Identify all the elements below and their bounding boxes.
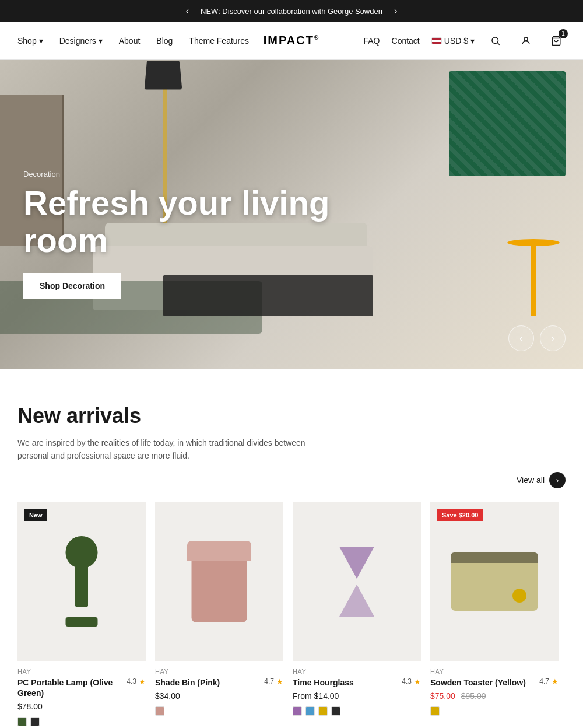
product-toaster-illustration [451,552,538,611]
star-icon: ★ [552,677,559,686]
product-brand: HAY [17,668,146,675]
color-swatch[interactable] [30,717,40,726]
flag-icon [431,37,442,44]
product-rating: 4.7 ★ [539,677,559,686]
product-price: $78.00 [17,702,146,711]
cart-button[interactable]: 1 [547,32,566,50]
new-arrivals-section: New arrivals We are inspired by the real… [0,369,583,728]
color-swatch[interactable] [331,706,340,716]
product-image: Save $20.00 [430,502,559,661]
chevron-down-icon: ▾ [99,36,103,46]
product-rating: 4.3 ★ [402,677,421,686]
chevron-down-icon: ▾ [39,36,43,46]
svg-line-1 [497,43,499,44]
arrow-circle-icon: › [549,472,566,488]
product-card[interactable]: HAY Shade Bin (Pink) 4.7 ★ $34.00 [155,502,283,726]
account-button[interactable] [517,32,535,50]
product-rating: 4.3 ★ [127,677,146,686]
product-image [155,502,283,661]
search-button[interactable] [486,32,505,50]
color-swatch[interactable] [430,706,440,716]
nav-contact[interactable]: Contact [392,36,420,46]
announcement-bar: ‹ NEW: Discover our collaboration with G… [0,0,583,22]
color-swatches [293,706,421,716]
hero-content: Decoration Refresh your living room Shop… [23,170,329,299]
hero-cta-button[interactable]: Shop Decoration [23,273,121,299]
nav-shop[interactable]: Shop ▾ [17,36,43,46]
announcement-next-btn[interactable]: › [394,6,397,16]
section-title: New arrivals [17,404,566,428]
art-panel-decoration [449,71,566,176]
side-table-leg [531,240,536,316]
products-row: New HAY PC Portable Lamp (Olive Green) 4… [17,502,566,726]
nav-about[interactable]: About [119,36,141,46]
product-hourglass-illustration [339,547,374,617]
cart-count: 1 [559,29,568,38]
view-all-link[interactable]: View all › [517,472,566,488]
color-swatch[interactable] [155,706,164,716]
product-card[interactable]: New HAY PC Portable Lamp (Olive Green) 4… [17,502,146,726]
hero-section: Decoration Refresh your living room Shop… [0,60,583,369]
product-bin-illustration [187,541,251,622]
product-card[interactable]: HAY Time Hourglass 4.3 ★ From $14.00 [293,502,421,726]
chevron-down-icon: ▾ [470,36,475,46]
nav-blog[interactable]: Blog [156,36,173,46]
nav-right: FAQ Contact USD $ ▾ 1 [364,32,566,50]
product-brand: HAY [155,668,283,675]
badge-sale: Save $20.00 [437,509,483,521]
view-all-row: View all › [17,472,566,488]
site-logo[interactable]: IMPACT® [264,34,320,47]
hero-next-button[interactable]: › [540,326,566,351]
color-swatches [17,717,146,726]
product-image [293,502,421,661]
nav-faq[interactable]: FAQ [364,36,380,46]
hero-prev-button[interactable]: ‹ [508,326,534,351]
product-card[interactable]: Save $20.00 HAY Sowden Toaster (Yellow) … [430,502,559,726]
product-brand: HAY [430,668,559,675]
product-lamp-illustration [58,536,105,626]
product-price: $34.00 [155,691,283,701]
product-rating: 4.7 ★ [264,677,283,686]
nav-theme-features[interactable]: Theme Features [189,36,249,46]
product-name: Sowden Toaster (Yellow) [430,677,526,688]
color-swatch[interactable] [305,706,315,716]
product-price: From $14.00 [293,691,421,701]
product-price: $75.00 $95.00 [430,691,559,701]
color-swatch[interactable] [293,706,302,716]
color-swatch[interactable] [17,717,27,726]
color-swatches [155,706,283,716]
svg-point-2 [524,37,528,41]
svg-point-0 [492,37,498,44]
announcement-prev-btn[interactable]: ‹ [186,6,189,16]
section-description: We are inspired by the realities of life… [17,436,309,463]
product-name: PC Portable Lamp (Olive Green) [17,677,127,698]
product-name: Time Hourglass [293,677,354,688]
nav-designers[interactable]: Designers ▾ [59,36,103,46]
star-icon: ★ [139,677,146,686]
hero-navigation: ‹ › [508,326,566,351]
star-icon: ★ [414,677,421,686]
color-swatch[interactable] [318,706,328,716]
currency-selector[interactable]: USD $ ▾ [431,36,475,46]
nav-left: Shop ▾ Designers ▾ About Blog Theme Feat… [17,36,249,46]
section-header: New arrivals We are inspired by the real… [17,404,566,463]
side-table-top [507,239,560,246]
product-image: New [17,502,146,661]
announcement-text: NEW: Discover our collaboration with Geo… [201,7,382,16]
product-brand: HAY [293,668,421,675]
header: Shop ▾ Designers ▾ About Blog Theme Feat… [0,22,583,60]
hero-label: Decoration [23,170,329,178]
color-swatches [430,706,559,716]
star-icon: ★ [276,677,283,686]
hero-title: Refresh your living room [23,184,329,259]
product-name: Shade Bin (Pink) [155,677,220,688]
badge-new: New [24,509,47,521]
